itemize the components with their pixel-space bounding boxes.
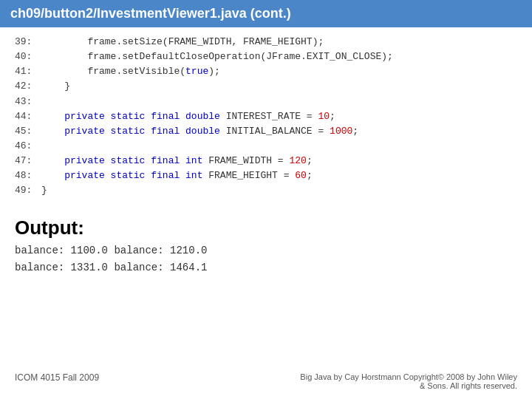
- line-number: 44:: [15, 109, 41, 124]
- code-segment: ;: [352, 124, 358, 139]
- code-line: 42: }: [15, 79, 517, 94]
- line-number: 40:: [15, 50, 41, 64]
- code-section: 39: frame.setSize(FRAME_WIDTH, FRAME_HEI…: [0, 27, 532, 203]
- code-segment: frame.setSize(FRAME_WIDTH, FRAME_HEIGHT)…: [41, 35, 324, 50]
- code-segment: INITIAL_BALANCE =: [226, 124, 330, 139]
- output-line: balance: 1100.0 balance: 1210.0: [15, 242, 517, 260]
- line-number: 45:: [15, 124, 41, 139]
- footer-left: ICOM 4015 Fall 2009: [15, 372, 99, 390]
- code-segment: 120: [289, 154, 306, 168]
- code-segment: ;: [330, 109, 335, 124]
- code-segment: }: [41, 79, 70, 94]
- code-segment: FRAME_HEIGHT =: [208, 168, 295, 183]
- footer-right: Big Java by Cay Horstmann Copyright© 200…: [300, 372, 517, 390]
- code-segment: FRAME_WIDTH =: [208, 154, 289, 168]
- code-line: 41: frame.setVisible(true);: [15, 64, 517, 79]
- code-segment: 10: [318, 109, 330, 124]
- line-number: 49:: [15, 183, 41, 198]
- code-segment: 1000: [330, 124, 352, 139]
- code-line: 43:: [15, 95, 517, 109]
- line-number: 39:: [15, 35, 41, 50]
- code-segment: private static final int: [41, 154, 208, 168]
- code-line: 44: private static final double INTEREST…: [15, 109, 517, 124]
- output-line: balance: 1331.0 balance: 1464.1: [15, 259, 517, 277]
- line-number: 47:: [15, 154, 41, 168]
- page-title: ch09/button2/InvestmentViewer1.java (con…: [10, 6, 291, 21]
- code-segment: frame.setVisible(: [41, 64, 185, 79]
- code-line: 45: private static final double INITIAL_…: [15, 124, 517, 139]
- code-line: 40: frame.setDefaultCloseOperation(JFram…: [15, 50, 517, 64]
- code-segment: }: [41, 183, 47, 198]
- code-segment: private static final int: [41, 168, 208, 183]
- code-segment: INTEREST_RATE =: [226, 109, 318, 124]
- footer: ICOM 4015 Fall 2009 Big Java by Cay Hors…: [0, 372, 532, 390]
- code-segment: true: [185, 64, 208, 79]
- line-number: 48:: [15, 168, 41, 183]
- line-number: 42:: [15, 79, 41, 94]
- code-line: 48: private static final int FRAME_HEIGH…: [15, 168, 517, 183]
- output-section: Output: balance: 1100.0 balance: 1210.0b…: [0, 203, 532, 285]
- line-number: 41:: [15, 64, 41, 79]
- code-line: 49:}: [15, 183, 517, 198]
- code-segment: private static final double: [41, 109, 226, 124]
- code-line: 47: private static final int FRAME_WIDTH…: [15, 154, 517, 168]
- line-number: 43:: [15, 95, 41, 109]
- code-line: 39: frame.setSize(FRAME_WIDTH, FRAME_HEI…: [15, 35, 517, 50]
- code-segment: );: [208, 64, 225, 79]
- code-line: 46:: [15, 139, 517, 154]
- output-title: Output:: [15, 216, 517, 239]
- title-bar: ch09/button2/InvestmentViewer1.java (con…: [0, 0, 532, 27]
- code-segment: 60: [295, 168, 307, 183]
- line-number: 46:: [15, 139, 41, 154]
- code-segment: ;: [307, 154, 313, 168]
- code-segment: frame.setDefaultCloseOperation(JFrame.EX…: [41, 50, 393, 64]
- code-segment: ;: [307, 168, 313, 183]
- output-lines: balance: 1100.0 balance: 1210.0balance: …: [15, 242, 517, 278]
- code-segment: private static final double: [41, 124, 226, 139]
